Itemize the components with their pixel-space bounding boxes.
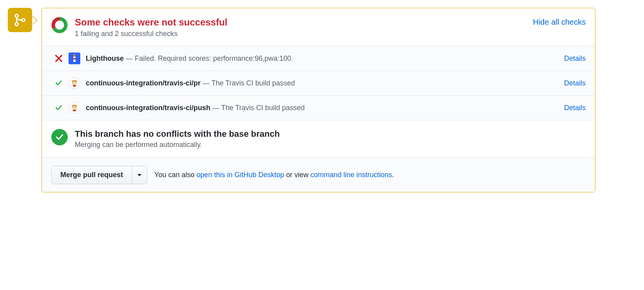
checks-title: Some checks were not successful (75, 16, 526, 28)
check-text: continuous-integration/travis-ci/pr — Th… (86, 79, 559, 87)
svg-point-1 (15, 23, 18, 26)
svg-point-15 (75, 83, 76, 83)
svg-point-2 (22, 18, 25, 22)
svg-point-22 (75, 108, 76, 108)
conflict-subtitle: Merging can be performed automatically. (75, 141, 280, 149)
check-name: Lighthouse (86, 54, 124, 62)
travis-avatar-icon (69, 77, 80, 89)
caret-down-icon (137, 174, 141, 176)
conflict-title: This branch has no conflicts with the ba… (75, 129, 280, 139)
success-check-icon (51, 129, 68, 145)
conflict-text: This branch has no conflicts with the ba… (75, 129, 280, 149)
git-merge-badge (8, 8, 32, 32)
cli-instructions-link[interactable]: command line instructions (311, 171, 392, 179)
check-row: Lighthouse — Failed. Required scores: pe… (42, 46, 595, 71)
merge-note: You can also open this in GitHub Desktop… (154, 171, 394, 179)
merge-button-group: Merge pull request (51, 166, 147, 184)
check-row: continuous-integration/travis-ci/pr — Th… (42, 71, 595, 95)
checks-header: Some checks were not successful 1 failin… (42, 8, 595, 46)
merge-status-container: Some checks were not successful 1 failin… (8, 8, 595, 192)
svg-rect-18 (73, 110, 76, 111)
check-name: continuous-integration/travis-ci/push (86, 104, 210, 112)
svg-point-21 (73, 108, 73, 108)
details-link[interactable]: Details (564, 54, 586, 63)
travis-avatar-icon (69, 102, 80, 114)
check-description: The Travis CI build passed (212, 79, 295, 87)
conflict-status-row: This branch has no conflicts with the ba… (42, 120, 595, 158)
check-name: continuous-integration/travis-ci/pr (86, 79, 201, 87)
check-icon (54, 79, 63, 87)
check-description: The Travis CI build passed (221, 104, 305, 112)
git-merge-icon (13, 13, 27, 27)
details-link[interactable]: Details (564, 104, 586, 112)
hide-all-checks-link[interactable]: Hide all checks (533, 18, 586, 27)
svg-rect-7 (73, 58, 76, 60)
checks-subtitle: 1 failing and 2 successful checks (75, 30, 526, 38)
svg-point-14 (73, 83, 73, 83)
check-text: continuous-integration/travis-ci/push — … (86, 104, 559, 112)
check-text: Lighthouse — Failed. Required scores: pe… (86, 54, 559, 63)
details-link[interactable]: Details (564, 79, 586, 87)
svg-marker-8 (73, 54, 76, 55)
check-description: Failed. Required scores: performance:96,… (135, 54, 293, 62)
lighthouse-avatar-icon (69, 53, 80, 64)
checks-panel: Some checks were not successful 1 failin… (42, 8, 595, 192)
svg-rect-11 (73, 85, 76, 87)
x-icon (54, 54, 63, 63)
checks-header-text: Some checks were not successful 1 failin… (75, 16, 526, 38)
merge-options-dropdown-button[interactable] (132, 166, 147, 184)
status-donut-icon (51, 17, 68, 33)
merge-footer: Merge pull request You can also open thi… (42, 158, 595, 192)
open-desktop-link[interactable]: open this in GitHub Desktop (196, 171, 284, 179)
check-row: continuous-integration/travis-ci/push — … (42, 95, 595, 120)
merge-pull-request-button[interactable]: Merge pull request (51, 166, 132, 184)
check-icon (54, 103, 63, 112)
svg-point-0 (15, 14, 18, 18)
